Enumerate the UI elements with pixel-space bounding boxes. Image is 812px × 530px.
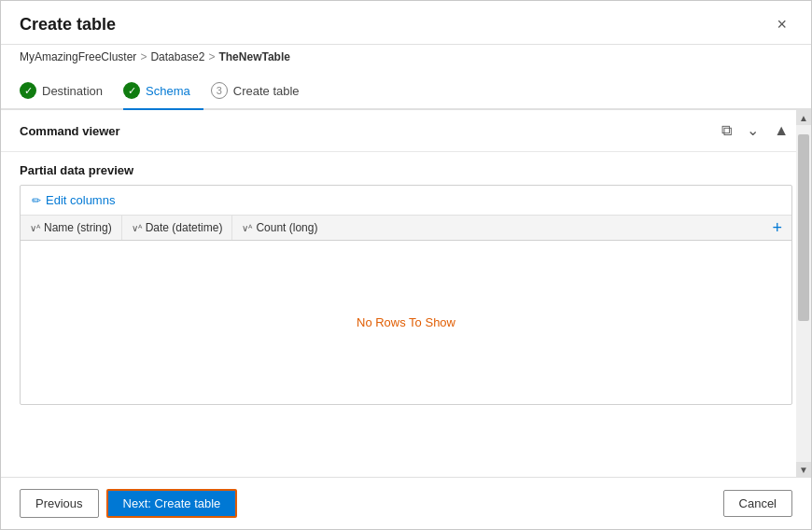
dialog-content: Command viewer ⧉ ⌄ ▲ Partial data previe… <box>1 110 811 477</box>
step-schema-label: Schema <box>146 84 190 98</box>
col-count-label: Count (long) <box>256 221 317 234</box>
col-date-sort-icon: ∨ᴬ <box>132 223 142 233</box>
no-rows-text: No Rows To Show <box>357 315 455 329</box>
scrollbar-down-button[interactable]: ▼ <box>796 462 811 477</box>
scroll-up-button[interactable]: ▲ <box>770 121 792 140</box>
breadcrumb: MyAmazingFreeCluster > Database2 > TheNe… <box>1 45 811 69</box>
command-viewer-section: Command viewer ⧉ ⌄ ▲ <box>1 110 811 152</box>
command-viewer-actions: ⧉ ⌄ ▲ <box>718 121 792 140</box>
previous-button[interactable]: Previous <box>20 489 99 518</box>
close-button[interactable]: × <box>771 14 792 35</box>
step-schema[interactable]: ✓ Schema <box>123 77 203 110</box>
partial-preview-header: Partial data preview <box>1 152 811 185</box>
step-destination-check-icon: ✓ <box>20 82 36 99</box>
col-name-label: Name (string) <box>44 221 112 234</box>
command-viewer-title: Command viewer <box>20 124 120 138</box>
column-headers-row: ∨ᴬ Name (string) ∨ᴬ Date (datetime) ∨ᴬ C… <box>21 216 791 241</box>
dialog-footer: Previous Next: Create table Cancel <box>1 477 811 529</box>
step-schema-check-icon: ✓ <box>123 82 140 99</box>
expand-button[interactable]: ⌄ <box>743 121 763 140</box>
next-create-table-button[interactable]: Next: Create table <box>106 489 238 518</box>
col-count-sort-icon: ∨ᴬ <box>242 223 252 233</box>
step-destination[interactable]: ✓ Destination <box>20 77 116 108</box>
edit-columns-link[interactable]: ✏ Edit columns <box>32 193 115 207</box>
edit-columns-label: Edit columns <box>46 193 115 207</box>
breadcrumb-sep1: > <box>140 50 147 63</box>
edit-columns-bar: ✏ Edit columns <box>21 186 791 216</box>
scrollbar-thumb[interactable] <box>798 134 809 321</box>
step-create-table-label: Create table <box>233 84 300 98</box>
breadcrumb-database: Database2 <box>150 50 204 63</box>
partial-preview-title: Partial data preview <box>20 163 133 177</box>
vertical-scrollbar[interactable]: ▲ ▼ <box>796 110 811 477</box>
dialog-header: Create table × <box>1 1 811 45</box>
data-table: ✏ Edit columns ∨ᴬ Name (string) ∨ᴬ Date … <box>20 185 792 405</box>
breadcrumb-table: TheNewTable <box>218 50 289 63</box>
footer-right-buttons: Cancel <box>723 490 792 517</box>
col-header-count[interactable]: ∨ᴬ Count (long) <box>232 216 327 240</box>
create-table-dialog: Create table × MyAmazingFreeCluster > Da… <box>0 0 812 530</box>
step-create-table[interactable]: 3 Create table <box>211 77 313 108</box>
steps-bar: ✓ Destination ✓ Schema 3 Create table <box>1 69 811 110</box>
breadcrumb-cluster: MyAmazingFreeCluster <box>20 50 136 63</box>
content-scroll-area[interactable]: Command viewer ⧉ ⌄ ▲ Partial data previe… <box>1 110 811 477</box>
dialog-title: Create table <box>20 15 116 35</box>
step-create-table-num-icon: 3 <box>211 82 228 99</box>
step-destination-label: Destination <box>42 84 103 98</box>
breadcrumb-sep2: > <box>208 50 215 63</box>
col-header-date[interactable]: ∨ᴬ Date (datetime) <box>122 216 233 240</box>
pencil-icon: ✏ <box>32 194 41 207</box>
add-column-button[interactable]: + <box>763 216 791 240</box>
col-date-label: Date (datetime) <box>146 221 223 234</box>
copy-button[interactable]: ⧉ <box>718 121 735 140</box>
scrollbar-up-button[interactable]: ▲ <box>796 110 811 125</box>
footer-left-buttons: Previous Next: Create table <box>20 489 237 518</box>
cancel-button[interactable]: Cancel <box>723 490 792 517</box>
scrollbar-thumb-area[interactable] <box>796 125 811 462</box>
col-header-name[interactable]: ∨ᴬ Name (string) <box>21 216 122 240</box>
no-rows-message: No Rows To Show <box>21 241 791 404</box>
col-name-sort-icon: ∨ᴬ <box>30 223 40 233</box>
